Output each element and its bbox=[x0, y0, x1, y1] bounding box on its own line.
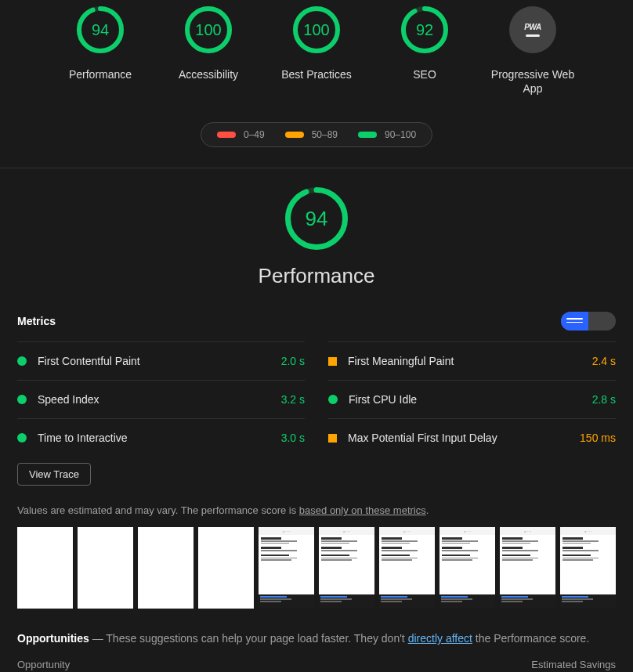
metric-row[interactable]: Speed Index 3.2 s bbox=[17, 380, 305, 418]
filmstrip-frame[interactable]: ○ · · · bbox=[500, 527, 555, 609]
filmstrip-frame[interactable]: ○ · · · bbox=[259, 527, 314, 609]
gauge-ring-icon: 92 bbox=[401, 6, 448, 53]
metrics-grid: First Contentful Paint 2.0 s Speed Index… bbox=[17, 341, 616, 457]
gauge-accessibility[interactable]: 100 Accessibility bbox=[165, 6, 251, 96]
gauge-performance[interactable]: 94 Performance bbox=[57, 6, 143, 96]
score-legend: 0–49 50–89 90–100 bbox=[0, 122, 633, 147]
legend-pass-range: 90–100 bbox=[385, 129, 416, 140]
metric-name: Time to Interactive bbox=[38, 432, 270, 444]
metrics-view-toggle[interactable] bbox=[561, 312, 616, 331]
toggle-expanded-icon[interactable] bbox=[561, 312, 588, 331]
filmstrip-frame[interactable] bbox=[78, 527, 133, 609]
performance-score: 94 bbox=[285, 187, 348, 250]
metric-row[interactable]: First Contentful Paint 2.0 s bbox=[17, 341, 305, 380]
average-icon bbox=[328, 434, 337, 443]
legend-average: 50–89 bbox=[285, 129, 338, 140]
metric-name: Speed Index bbox=[38, 393, 270, 406]
average-icon bbox=[328, 357, 337, 366]
opportunity-col-label: Opportunity bbox=[17, 659, 70, 670]
pass-icon bbox=[17, 395, 27, 404]
metric-name: First Meaningful Paint bbox=[348, 355, 581, 367]
gauge-ring-icon: 100 bbox=[293, 6, 340, 53]
gauge-pwa[interactable]: PWA Progressive Web App bbox=[490, 6, 576, 96]
gauge-label: Performance bbox=[69, 67, 132, 81]
filmstrip-frame[interactable] bbox=[17, 527, 73, 609]
pass-icon bbox=[17, 356, 27, 366]
gauge-score: 100 bbox=[185, 6, 232, 53]
filmstrip-frame[interactable] bbox=[138, 527, 194, 609]
legend-fail: 0–49 bbox=[217, 129, 265, 140]
performance-header: 94 Performance bbox=[17, 187, 616, 288]
pass-icon bbox=[328, 395, 338, 404]
opportunities-heading: Opportunities — These suggestions can he… bbox=[17, 632, 616, 645]
gauge-score: 100 bbox=[293, 6, 340, 53]
metric-name: First Contentful Paint bbox=[38, 355, 270, 367]
gauge-ring-icon: 94 bbox=[77, 6, 124, 53]
gauge-score: 94 bbox=[77, 6, 124, 53]
gauge-label: SEO bbox=[413, 67, 436, 81]
gauge-ring-icon: 100 bbox=[185, 6, 232, 53]
gauge-label: Best Practices bbox=[281, 67, 351, 81]
pass-icon bbox=[17, 433, 27, 443]
view-trace-button[interactable]: View Trace bbox=[17, 463, 91, 486]
metric-name: Max Potential First Input Delay bbox=[348, 432, 569, 444]
filmstrip-frame[interactable]: ○ · · · bbox=[319, 527, 374, 609]
metric-value: 150 ms bbox=[580, 432, 616, 444]
disclaimer-link[interactable]: based only on these metrics bbox=[299, 504, 426, 516]
metric-row[interactable]: Max Potential First Input Delay 150 ms bbox=[328, 418, 616, 457]
filmstrip-frame[interactable] bbox=[198, 527, 254, 609]
filmstrip-frame[interactable]: ○ · · · bbox=[439, 527, 495, 609]
metric-value: 3.2 s bbox=[281, 393, 305, 406]
metric-value: 2.8 s bbox=[592, 393, 616, 406]
legend-pass: 90–100 bbox=[358, 129, 416, 140]
metric-name: First CPU Idle bbox=[349, 393, 581, 406]
legend-average-range: 50–89 bbox=[312, 129, 338, 140]
metric-value: 3.0 s bbox=[281, 432, 305, 444]
gauge-seo[interactable]: 92 SEO bbox=[382, 6, 468, 96]
gauge-label: Progressive Web App bbox=[490, 67, 576, 96]
performance-gauge: 94 bbox=[285, 187, 348, 250]
metric-row[interactable]: First Meaningful Paint 2.4 s bbox=[328, 341, 616, 380]
metric-value: 2.0 s bbox=[281, 355, 305, 367]
filmstrip-frame[interactable]: ○ · · · bbox=[379, 527, 435, 609]
metric-row[interactable]: Time to Interactive 3.0 s bbox=[17, 418, 305, 457]
opportunities-link[interactable]: directly affect bbox=[408, 632, 472, 645]
screenshot-filmstrip: ○ · · · ○ · · · ○ · · · ○ · · · bbox=[17, 527, 616, 609]
metrics-disclaimer: Values are estimated and may vary. The p… bbox=[17, 504, 616, 516]
gauge-best-practices[interactable]: 100 Best Practices bbox=[273, 6, 360, 96]
estimated-savings-col-label: Estimated Savings bbox=[531, 659, 616, 670]
category-gauges: 94 Performance 100 Accessibility 100 Bes… bbox=[0, 0, 633, 105]
metrics-heading: Metrics bbox=[17, 315, 56, 327]
legend-fail-range: 0–49 bbox=[244, 129, 265, 140]
filmstrip-frame[interactable]: ○ · · · bbox=[560, 527, 616, 609]
gauge-label: Accessibility bbox=[179, 67, 238, 81]
performance-title: Performance bbox=[259, 264, 375, 288]
metric-value: 2.4 s bbox=[592, 355, 616, 367]
opportunities-table-header: Opportunity Estimated Savings bbox=[17, 659, 616, 672]
gauge-score: 92 bbox=[401, 6, 448, 53]
toggle-collapsed-icon[interactable] bbox=[588, 312, 616, 331]
pwa-badge-icon: PWA bbox=[509, 6, 556, 53]
metric-row[interactable]: First CPU Idle 2.8 s bbox=[328, 380, 616, 418]
